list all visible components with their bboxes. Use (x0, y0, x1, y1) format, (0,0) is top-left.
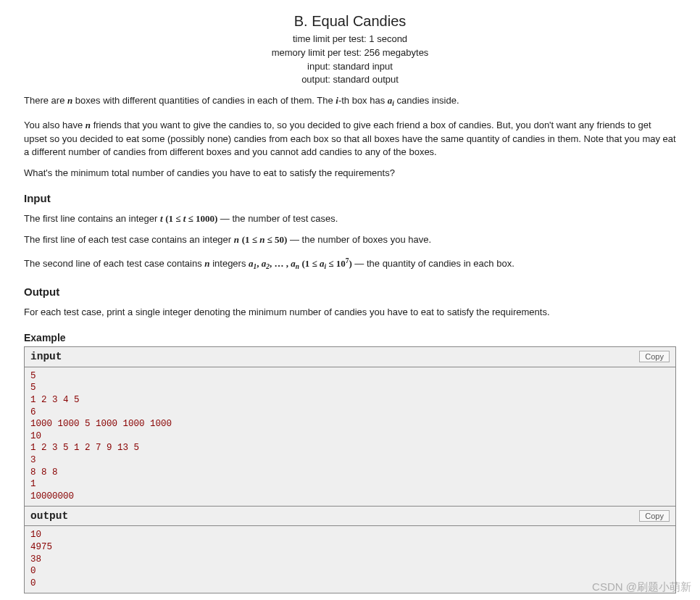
example-input-box: input Copy 5 5 1 2 3 4 5 6 1000 1000 5 1… (24, 346, 676, 507)
output-file: output: standard output (24, 73, 676, 87)
output-paragraph: For each test case, print a single integ… (24, 306, 676, 320)
copy-input-button[interactable]: Copy (639, 351, 670, 362)
text-fragment: The second line of each test case contai… (24, 258, 204, 269)
time-limit: time limit per test: 1 second (24, 33, 676, 46)
text-fragment: The first line of each test case contain… (24, 234, 234, 245)
math-range-t: (1 ≤ t ≤ 1000) (165, 213, 217, 224)
output-heading: Output (24, 286, 676, 299)
math-a-list: a1, a2, … , an (249, 258, 299, 269)
copy-output-button[interactable]: Copy (639, 510, 670, 522)
statement-paragraph-3: What's the minimum total number of candi… (24, 167, 676, 180)
input-heading: Input (24, 192, 676, 206)
example-output-label: output (30, 509, 68, 523)
math-var-n: n (204, 258, 209, 269)
text-fragment: candies inside. (394, 95, 459, 106)
math-range-a: (1 ≤ ai ≤ 107) (301, 258, 351, 269)
math-var-n: n (234, 234, 239, 245)
example-input-content: 5 5 1 2 3 4 5 6 1000 1000 5 1000 1000 10… (25, 367, 675, 506)
example-input-header: input Copy (25, 347, 675, 367)
input-file: input: standard input (24, 60, 676, 74)
text-fragment: — the number of test cases. (217, 213, 338, 224)
math-var-t: t (160, 213, 163, 224)
text-fragment: -th box has (338, 95, 388, 106)
text-fragment: boxes with different quantities of candi… (72, 95, 336, 106)
example-output-box: output Copy 10 4975 38 0 0 (24, 506, 676, 593)
example-input-label: input (30, 350, 62, 364)
text-fragment: integers (210, 258, 249, 269)
input-line-1: The first line contains an integer t (1 … (24, 212, 676, 226)
text-fragment: The first line contains an integer (24, 213, 160, 224)
memory-limit: memory limit per test: 256 megabytes (24, 46, 676, 60)
text-fragment: friends that you want to give the candie… (24, 120, 676, 158)
math-range-n: (1 ≤ n ≤ 50) (242, 234, 288, 245)
input-line-2: The first line of each test case contain… (24, 233, 676, 247)
text-fragment: You also have (24, 120, 86, 130)
statement-paragraph-1: There are n boxes with different quantit… (24, 94, 676, 111)
input-line-3: The second line of each test case contai… (24, 254, 676, 275)
statement-paragraph-2: You also have n friends that you want to… (24, 119, 676, 160)
example-output-content: 10 4975 38 0 0 (25, 526, 675, 592)
text-fragment: — the number of boxes you have. (287, 234, 431, 245)
math-var-n: n (86, 120, 91, 130)
problem-title: B. Equal Candies (24, 14, 676, 28)
example-output-header: output Copy (25, 507, 675, 527)
math-subscript: i (392, 100, 394, 107)
text-fragment: — the quantity of candies in each box. (352, 258, 514, 269)
text-fragment: There are (24, 95, 67, 106)
example-heading: Example (24, 331, 676, 345)
